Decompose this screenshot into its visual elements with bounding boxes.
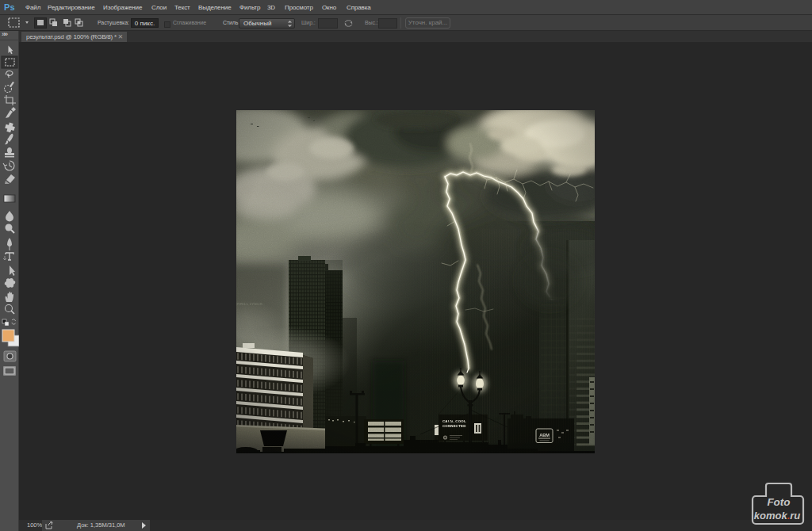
svg-text:Foto: Foto bbox=[767, 496, 790, 508]
svg-text:komok.ru: komok.ru bbox=[754, 510, 801, 521]
